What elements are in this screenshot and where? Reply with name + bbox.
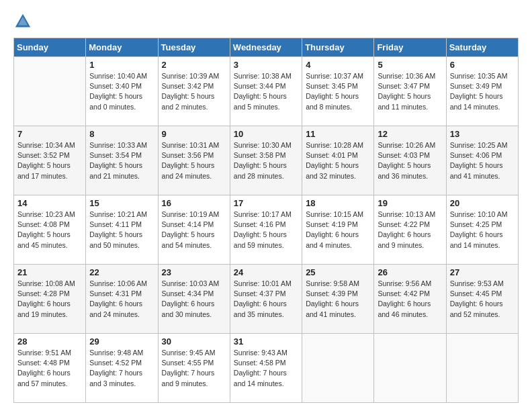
day-cell: 12Sunrise: 10:26 AM Sunset: 4:03 PM Dayl… [374, 126, 446, 195]
day-number: 25 [306, 267, 370, 277]
week-row-2: 7Sunrise: 10:34 AM Sunset: 3:52 PM Dayli… [14, 126, 519, 195]
day-info: Sunrise: 9:43 AM Sunset: 4:58 PM Dayligh… [234, 348, 298, 389]
logo-icon [13, 12, 32, 31]
day-number: 11 [306, 129, 370, 139]
day-cell: 18Sunrise: 10:15 AM Sunset: 4:19 PM Dayl… [302, 195, 374, 265]
weekday-header-thursday: Thursday [302, 38, 374, 57]
day-cell: 17Sunrise: 10:17 AM Sunset: 4:16 PM Dayl… [230, 195, 302, 265]
day-number: 6 [450, 60, 515, 70]
day-info: Sunrise: 9:45 AM Sunset: 4:55 PM Dayligh… [162, 348, 226, 389]
week-row-5: 28Sunrise: 9:51 AM Sunset: 4:48 PM Dayli… [14, 334, 519, 403]
day-info: Sunrise: 10:39 AM Sunset: 3:42 PM Daylig… [162, 71, 226, 112]
week-row-4: 21Sunrise: 10:08 AM Sunset: 4:28 PM Dayl… [14, 265, 519, 334]
day-info: Sunrise: 10:08 AM Sunset: 4:28 PM Daylig… [17, 279, 82, 320]
calendar: SundayMondayTuesdayWednesdayThursdayFrid… [13, 38, 519, 403]
week-row-3: 14Sunrise: 10:23 AM Sunset: 4:08 PM Dayl… [14, 195, 519, 265]
day-info: Sunrise: 10:28 AM Sunset: 4:01 PM Daylig… [306, 140, 370, 181]
day-cell: 10Sunrise: 10:30 AM Sunset: 3:58 PM Dayl… [230, 126, 302, 195]
day-cell: 20Sunrise: 10:10 AM Sunset: 4:25 PM Dayl… [446, 195, 518, 265]
day-cell: 2Sunrise: 10:39 AM Sunset: 3:42 PM Dayli… [158, 57, 230, 126]
day-number: 8 [89, 129, 154, 139]
day-number: 26 [378, 267, 442, 277]
day-info: Sunrise: 10:34 AM Sunset: 3:52 PM Daylig… [17, 140, 82, 181]
day-number: 17 [234, 198, 298, 208]
day-number: 14 [17, 198, 82, 208]
day-number: 15 [89, 198, 154, 208]
day-number: 3 [234, 60, 298, 70]
day-cell: 15Sunrise: 10:21 AM Sunset: 4:11 PM Dayl… [86, 195, 158, 265]
day-number: 24 [234, 267, 298, 277]
weekday-header-sunday: Sunday [14, 38, 86, 57]
day-info: Sunrise: 9:56 AM Sunset: 4:42 PM Dayligh… [378, 279, 442, 320]
day-info: Sunrise: 9:58 AM Sunset: 4:39 PM Dayligh… [306, 279, 370, 320]
day-info: Sunrise: 10:35 AM Sunset: 3:49 PM Daylig… [450, 71, 515, 112]
day-number: 31 [234, 336, 298, 347]
weekday-header-tuesday: Tuesday [158, 38, 230, 57]
day-cell: 30Sunrise: 9:45 AM Sunset: 4:55 PM Dayli… [158, 334, 230, 403]
header [13, 12, 519, 31]
day-info: Sunrise: 10:38 AM Sunset: 3:44 PM Daylig… [234, 71, 298, 112]
day-number: 13 [450, 129, 515, 139]
day-info: Sunrise: 10:23 AM Sunset: 4:08 PM Daylig… [17, 210, 82, 250]
day-cell: 3Sunrise: 10:38 AM Sunset: 3:44 PM Dayli… [230, 57, 302, 126]
weekday-header-row: SundayMondayTuesdayWednesdayThursdayFrid… [14, 38, 519, 57]
day-info: Sunrise: 10:15 AM Sunset: 4:19 PM Daylig… [306, 210, 370, 250]
day-cell: 8Sunrise: 10:33 AM Sunset: 3:54 PM Dayli… [86, 126, 158, 195]
day-info: Sunrise: 10:25 AM Sunset: 4:06 PM Daylig… [450, 140, 515, 181]
day-cell: 9Sunrise: 10:31 AM Sunset: 3:56 PM Dayli… [158, 126, 230, 195]
page: SundayMondayTuesdayWednesdayThursdayFrid… [0, 0, 532, 411]
day-info: Sunrise: 10:13 AM Sunset: 4:22 PM Daylig… [378, 210, 442, 250]
day-info: Sunrise: 10:10 AM Sunset: 4:25 PM Daylig… [450, 210, 515, 250]
day-cell: 29Sunrise: 9:48 AM Sunset: 4:52 PM Dayli… [86, 334, 158, 403]
day-cell: 1Sunrise: 10:40 AM Sunset: 3:40 PM Dayli… [86, 57, 158, 126]
day-number: 29 [89, 336, 154, 347]
day-number: 18 [306, 198, 370, 208]
day-number: 4 [306, 60, 370, 70]
day-number: 28 [17, 336, 82, 347]
day-info: Sunrise: 10:33 AM Sunset: 3:54 PM Daylig… [89, 140, 154, 181]
day-info: Sunrise: 10:21 AM Sunset: 4:11 PM Daylig… [89, 210, 154, 250]
week-row-1: 1Sunrise: 10:40 AM Sunset: 3:40 PM Dayli… [14, 57, 519, 126]
day-cell: 22Sunrise: 10:06 AM Sunset: 4:31 PM Dayl… [86, 265, 158, 334]
weekday-header-wednesday: Wednesday [230, 38, 302, 57]
day-cell: 24Sunrise: 10:01 AM Sunset: 4:37 PM Dayl… [230, 265, 302, 334]
day-cell: 26Sunrise: 9:56 AM Sunset: 4:42 PM Dayli… [374, 265, 446, 334]
day-number: 16 [162, 198, 226, 208]
day-info: Sunrise: 10:17 AM Sunset: 4:16 PM Daylig… [234, 210, 298, 250]
day-cell: 31Sunrise: 9:43 AM Sunset: 4:58 PM Dayli… [230, 334, 302, 403]
day-cell: 13Sunrise: 10:25 AM Sunset: 4:06 PM Dayl… [446, 126, 518, 195]
day-cell: 19Sunrise: 10:13 AM Sunset: 4:22 PM Dayl… [374, 195, 446, 265]
day-cell [374, 334, 446, 403]
day-cell: 16Sunrise: 10:19 AM Sunset: 4:14 PM Dayl… [158, 195, 230, 265]
day-cell [446, 334, 518, 403]
day-cell: 23Sunrise: 10:03 AM Sunset: 4:34 PM Dayl… [158, 265, 230, 334]
day-info: Sunrise: 10:31 AM Sunset: 3:56 PM Daylig… [162, 140, 226, 181]
weekday-header-monday: Monday [86, 38, 158, 57]
day-number: 1 [89, 60, 154, 70]
day-number: 21 [17, 267, 82, 277]
weekday-header-friday: Friday [374, 38, 446, 57]
day-cell: 6Sunrise: 10:35 AM Sunset: 3:49 PM Dayli… [446, 57, 518, 126]
day-info: Sunrise: 9:51 AM Sunset: 4:48 PM Dayligh… [17, 348, 82, 389]
day-info: Sunrise: 10:36 AM Sunset: 3:47 PM Daylig… [378, 71, 442, 112]
day-info: Sunrise: 10:40 AM Sunset: 3:40 PM Daylig… [89, 71, 154, 112]
day-info: Sunrise: 10:26 AM Sunset: 4:03 PM Daylig… [378, 140, 442, 181]
day-cell: 27Sunrise: 9:53 AM Sunset: 4:45 PM Dayli… [446, 265, 518, 334]
day-cell: 14Sunrise: 10:23 AM Sunset: 4:08 PM Dayl… [14, 195, 86, 265]
day-cell: 4Sunrise: 10:37 AM Sunset: 3:45 PM Dayli… [302, 57, 374, 126]
day-info: Sunrise: 10:03 AM Sunset: 4:34 PM Daylig… [162, 279, 226, 320]
day-number: 23 [162, 267, 226, 277]
day-number: 19 [378, 198, 442, 208]
day-info: Sunrise: 10:06 AM Sunset: 4:31 PM Daylig… [89, 279, 154, 320]
day-cell: 21Sunrise: 10:08 AM Sunset: 4:28 PM Dayl… [14, 265, 86, 334]
day-cell [302, 334, 374, 403]
logo [13, 12, 35, 31]
day-info: Sunrise: 10:30 AM Sunset: 3:58 PM Daylig… [234, 140, 298, 181]
day-number: 10 [234, 129, 298, 139]
day-info: Sunrise: 9:53 AM Sunset: 4:45 PM Dayligh… [450, 279, 515, 320]
day-number: 7 [17, 129, 82, 139]
day-number: 9 [162, 129, 226, 139]
day-cell [14, 57, 86, 126]
day-number: 2 [162, 60, 226, 70]
day-cell: 5Sunrise: 10:36 AM Sunset: 3:47 PM Dayli… [374, 57, 446, 126]
